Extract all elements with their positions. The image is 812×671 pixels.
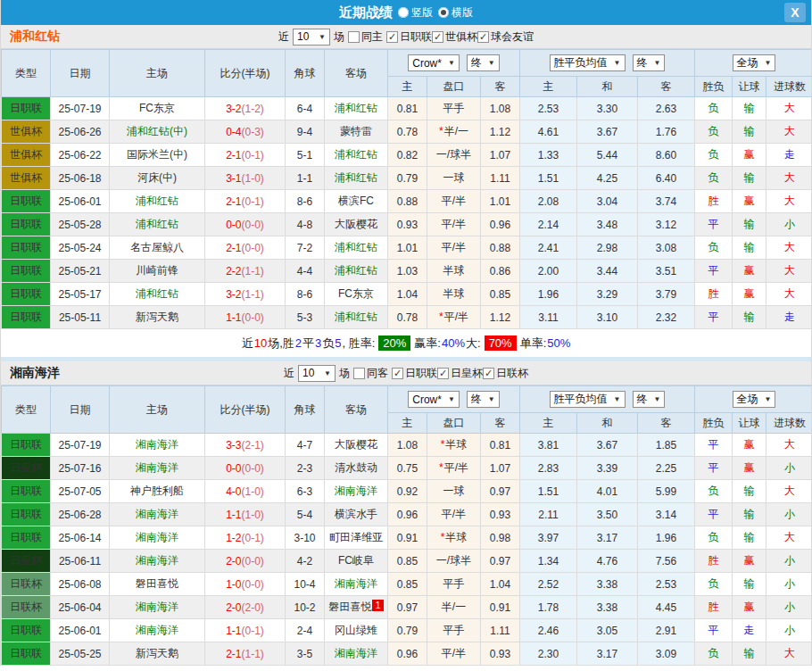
fulltime-score: 2-1 (226, 648, 241, 660)
same-venue-checkbox[interactable]: 同主 (348, 29, 383, 45)
avg-odds-select[interactable]: 胜平负均值▼ (550, 391, 626, 408)
match-count-select[interactable]: 10 ▼ (298, 365, 336, 382)
home-team: 神户胜利船 (110, 480, 205, 503)
handicap: 半球 (427, 260, 481, 283)
halftime-score: (1-1) (242, 648, 264, 660)
league-filters: ✓日职联✓世俱杯✓球会友谊 (386, 29, 534, 45)
corner-count: 7-2 (286, 236, 325, 260)
avg-avg_draw: 2.98 (577, 236, 638, 260)
avg-avg_home: 2.41 (520, 236, 577, 260)
league-checkbox[interactable]: ✓日皇杯 (437, 366, 483, 381)
radio-selected-icon[interactable] (438, 7, 449, 18)
odds-away: 1.12 (481, 306, 520, 329)
home-team: 湘南海洋 (110, 503, 205, 526)
home-team: 浦和红钻(中) (110, 120, 205, 144)
fulltime-select[interactable]: 全场▼ (733, 54, 776, 71)
home-team: 新泻天鹅 (110, 642, 205, 666)
odds-final-select[interactable]: 终▼ (467, 54, 500, 71)
avg-final-select[interactable]: 终▼ (633, 54, 666, 71)
col-header-type: 类型 (2, 50, 51, 97)
red-card-badge: 1 (372, 600, 383, 611)
odds-final-select[interactable]: 终▼ (467, 391, 500, 408)
chevron-down-icon: ▼ (654, 59, 661, 67)
match-date: 25-05-25 (51, 642, 110, 666)
chevron-down-icon: ▼ (448, 395, 455, 403)
avg-odds-select[interactable]: 胜平负均值▼ (550, 54, 626, 71)
result-cell: 平 (695, 434, 733, 457)
league-checkbox[interactable]: ✓日联杯 (483, 366, 528, 381)
match-score: 1-1(0-1) (205, 619, 286, 642)
odds-home: 0.96 (388, 642, 427, 666)
near-label: 近 (278, 29, 289, 45)
handicap: 一球 (427, 167, 481, 190)
checkbox-icon[interactable]: ✓ (477, 31, 489, 43)
chevron-down-icon: ▼ (319, 33, 326, 41)
odds-source-select[interactable]: Crow*▼ (408, 54, 460, 71)
checkbox-icon[interactable] (353, 368, 365, 379)
match-score: 2-2(1-1) (205, 260, 286, 283)
league-checkbox[interactable]: ✓日职联 (386, 29, 432, 45)
match-date: 25-06-22 (51, 144, 110, 167)
match-date: 25-07-16 (51, 457, 110, 480)
match-count-select[interactable]: 10 ▼ (293, 29, 330, 46)
away-team: 浦和红钻 (325, 306, 388, 329)
away-team: 大阪樱花 (325, 213, 388, 236)
away-team: 蒙特雷 (325, 120, 388, 144)
close-button[interactable]: X (784, 3, 806, 22)
corner-count: 4-4 (286, 260, 325, 283)
avg-avg_draw: 3.48 (577, 213, 638, 236)
odds-source-select[interactable]: Crow*▼ (408, 391, 460, 408)
league-label: 日联杯 (496, 366, 528, 381)
match-date: 25-05-17 (51, 283, 110, 306)
checkbox-icon[interactable]: ✓ (432, 31, 443, 43)
avg-avg_away: 3.51 (638, 260, 695, 283)
match-type-badge: 日职联 (2, 213, 51, 236)
fulltime-score: 1-0 (226, 578, 241, 591)
avg-group-header: 胜平负均值▼ 终▼ (520, 50, 695, 77)
fulltime-score: 0-0 (226, 219, 241, 231)
corner-count: 4-8 (286, 213, 325, 236)
avg-avg_draw: 5.44 (577, 144, 638, 167)
avg-final-select[interactable]: 终▼ (633, 391, 666, 408)
league-checkbox[interactable]: ✓日职联 (392, 366, 437, 381)
handicap-value: 平手 (443, 577, 465, 590)
halftime-score: (0-0) (242, 555, 264, 567)
checkbox-icon[interactable] (348, 31, 360, 43)
layout-radio-horizontal[interactable]: 横版 (438, 5, 473, 21)
col-header-corner: 角球 (286, 50, 325, 97)
handicap: 平/半 (427, 190, 481, 213)
match-date: 25-05-21 (51, 260, 110, 283)
radio-icon[interactable] (398, 7, 409, 18)
handicap-value: 平/半 (442, 218, 466, 230)
match-score: 2-1(0-1) (205, 144, 286, 167)
avg-avg_draw: 3.50 (577, 503, 638, 526)
summary-part: 20% (378, 336, 410, 351)
away-team: 横滨FC (325, 190, 388, 213)
summary-part: 单率: (520, 336, 547, 352)
league-checkbox[interactable]: ✓世俱杯 (432, 29, 477, 45)
match-row: 日职联25-07-19湘南海洋3-3(2-1)4-7大阪樱花1.08*半球0.8… (2, 434, 812, 457)
corner-count: 6-3 (286, 480, 325, 503)
checkbox-icon[interactable]: ✓ (483, 368, 494, 379)
fulltime-select[interactable]: 全场▼ (733, 391, 776, 408)
layout-radio-vertical[interactable]: 竖版 (398, 5, 433, 21)
same-venue-checkbox[interactable]: 同客 (353, 366, 388, 381)
close-icon: X (791, 5, 799, 20)
match-type-badge: 日皇杯 (2, 457, 51, 480)
handicap: 一/球半 (427, 550, 481, 573)
checkbox-icon[interactable]: ✓ (437, 368, 449, 379)
match-score: 2-1(0-1) (205, 190, 286, 213)
checkbox-icon[interactable]: ✓ (392, 368, 403, 379)
league-checkbox[interactable]: ✓球会友谊 (477, 29, 534, 45)
avg-avg_away: 3.79 (638, 283, 695, 306)
handicap: 一/球半 (427, 144, 481, 167)
away-team: 湘南海洋 (325, 573, 388, 596)
match-row: 日职联25-05-28浦和红钻0-0(0-0)4-8大阪樱花0.93平/半0.9… (2, 213, 812, 236)
handicap-result-cell: 赢 (733, 283, 766, 306)
match-row: 日职联25-06-14湘南海洋1-2(0-1)3-10町田泽维亚0.91*半球0… (2, 526, 812, 550)
match-type-badge: 日职联 (2, 526, 51, 550)
avg-avg_away: 2.91 (638, 619, 695, 642)
checkbox-icon[interactable]: ✓ (386, 31, 398, 43)
odds-away: 0.98 (481, 526, 520, 550)
result-cell: 负 (695, 526, 733, 550)
